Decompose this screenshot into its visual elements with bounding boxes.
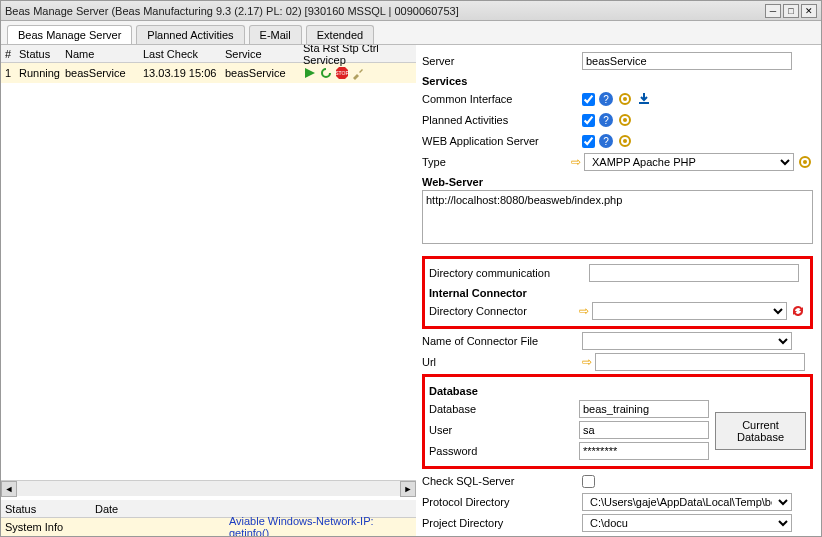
svg-point-10 [623,118,627,122]
h-scrollbar[interactable]: ◄ ► [1,480,416,496]
col-num: # [1,46,15,62]
scroll-track[interactable] [17,482,400,496]
help-icon[interactable]: ? [598,91,614,107]
connector-file-select[interactable] [582,332,792,350]
user-input[interactable] [579,421,709,439]
log-grid: Status Date System Info Aviable Windows-… [1,500,416,536]
help-icon[interactable]: ? [598,133,614,149]
type-select[interactable]: XAMPP Apache PHP [584,153,794,171]
tab-email[interactable]: E-Mail [249,25,302,44]
log-row[interactable]: System Info Aviable Windows-Network-IP: … [1,518,416,536]
svg-text:?: ? [603,115,609,126]
service-grid: # Status Name Last Check Service Sta Rst… [1,45,416,83]
heading-database: Database [429,385,806,397]
col-lastcheck: Last Check [139,46,221,62]
maximize-button[interactable]: □ [783,4,799,18]
lbl-connector-file: Name of Connector File [422,335,582,347]
restart-icon[interactable] [319,66,333,80]
scroll-right-button[interactable]: ► [400,481,416,497]
lbl-dir-connector: Directory Connector [429,305,579,317]
col-name: Name [61,46,139,62]
svg-point-6 [623,97,627,101]
svg-text:STOP: STOP [335,70,349,76]
webserver-textbox[interactable]: http://localhost:8080/beasweb/index.php [422,190,813,244]
lbl-protocol-dir: Protocol Directory [422,496,582,508]
gear-icon[interactable] [797,154,813,170]
log-col-date: Date [91,501,231,517]
url-input[interactable] [595,353,805,371]
arrow-icon: ⇨ [579,304,589,318]
heading-webserver: Web-Server [422,176,813,188]
scroll-left-button[interactable]: ◄ [1,481,17,497]
arrow-icon: ⇨ [582,355,592,369]
service-row[interactable]: 1 Running beasService 13.03.19 15:06 bea… [1,63,416,83]
titlebar: Beas Manage Server (Beas Manufacturing 9… [1,1,821,21]
stop-icon[interactable]: STOP [335,66,349,80]
gear-icon[interactable] [617,112,633,128]
col-status: Status [15,46,61,62]
log-message: Aviable Windows-Network-IP: getinfo() [229,515,412,536]
current-database-button[interactable]: Current Database [715,412,806,450]
row-lastcheck: 13.03.19 15:06 [139,65,221,81]
database-input[interactable] [579,400,709,418]
svg-text:?: ? [603,136,609,147]
log-status: System Info [5,521,93,533]
check-sql-checkbox[interactable] [582,475,595,488]
tab-manage-server[interactable]: Beas Manage Server [7,25,132,44]
svg-text:?: ? [603,94,609,105]
lbl-database: Database [429,403,579,415]
row-service: beasService [221,65,299,81]
col-service: Service [221,46,299,62]
gear-icon[interactable] [617,133,633,149]
lbl-web-app-server: WEB Application Server [422,135,582,147]
protocol-dir-select[interactable]: C:\Users\gaje\AppData\Local\Temp\beas\ [582,493,792,511]
svg-point-16 [803,160,807,164]
row-status: Running [15,65,61,81]
tab-bar: Beas Manage Server Planned Activities E-… [1,21,821,45]
server-input[interactable] [582,52,792,70]
lbl-dir-comm: Directory communication [429,267,589,279]
lbl-type: Type [422,156,571,168]
service-grid-header: # Status Name Last Check Service Sta Rst… [1,45,416,63]
row-num: 1 [1,65,15,81]
lbl-password: Password [429,445,579,457]
dir-connector-select[interactable] [592,302,787,320]
close-button[interactable]: ✕ [801,4,817,18]
project-dir-select[interactable]: C:\docu [582,514,792,532]
planned-activities-checkbox[interactable] [582,114,595,127]
web-app-server-checkbox[interactable] [582,135,595,148]
lbl-project-dir: Project Directory [422,517,582,529]
window-title: Beas Manage Server (Beas Manufacturing 9… [5,5,763,17]
dir-comm-input[interactable] [589,264,799,282]
row-name: beasService [61,65,139,81]
lbl-url: Url [422,356,582,368]
tab-extended[interactable]: Extended [306,25,374,44]
heading-internal-connector: Internal Connector [429,287,806,299]
lbl-check-sql: Check SQL-Server [422,475,582,487]
download-icon[interactable] [636,91,652,107]
log-col-status: Status [1,501,91,517]
lbl-planned-activities: Planned Activities [422,114,582,126]
lbl-user: User [429,424,579,436]
gear-icon[interactable] [617,91,633,107]
tools-icon[interactable] [351,66,365,80]
svg-marker-0 [305,68,315,78]
common-interface-checkbox[interactable] [582,93,595,106]
start-icon[interactable] [303,66,317,80]
lbl-common-interface: Common Interface [422,93,582,105]
password-input[interactable] [579,442,709,460]
heading-services: Services [422,75,813,87]
help-icon[interactable]: ? [598,112,614,128]
refresh-icon[interactable] [790,303,806,319]
lbl-server: Server [422,55,582,67]
tab-planned-activities[interactable]: Planned Activities [136,25,244,44]
svg-point-14 [623,139,627,143]
arrow-icon: ⇨ [571,155,581,169]
minimize-button[interactable]: ─ [765,4,781,18]
